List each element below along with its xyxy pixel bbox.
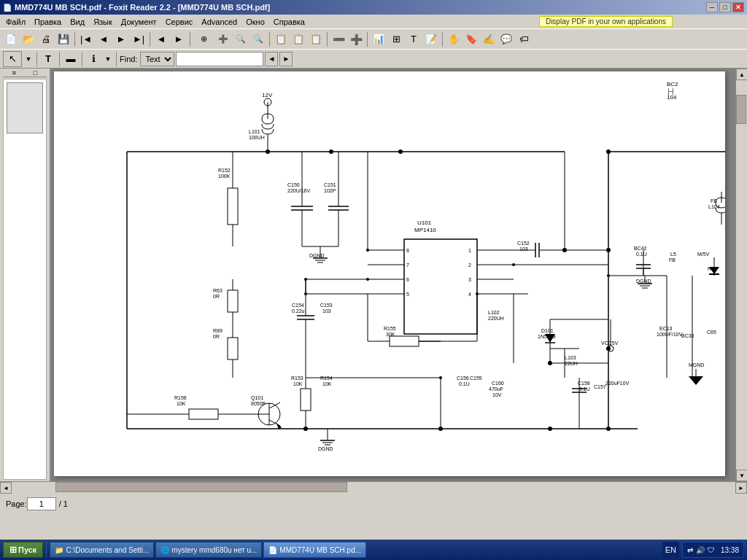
new-button[interactable]: 📄 — [3, 31, 19, 47]
scroll-track[interactable] — [736, 80, 747, 470]
scroll-down-button[interactable]: ▼ — [736, 470, 747, 481]
taskbar-item-pdf[interactable]: 📄 MMD774U MB SCH.pd... — [263, 542, 366, 558]
select-tool-button[interactable]: ↖ — [3, 51, 22, 67]
text-tool-button[interactable]: T — [406, 31, 422, 47]
find-next-button[interactable]: ► — [279, 52, 293, 66]
doc-button-3[interactable]: 📋 — [308, 31, 324, 47]
sep-9 — [59, 52, 60, 66]
sep-2 — [150, 32, 150, 47]
zoom-in-area-button[interactable]: ⊕ — [193, 31, 214, 47]
svg-text:L102: L102 — [488, 310, 500, 315]
svg-text:L103: L103 — [565, 355, 576, 360]
start-button[interactable]: ⊞ Пуск — [3, 542, 43, 558]
scroll-thumb[interactable] — [736, 95, 746, 124]
next-page-button[interactable]: ► — [113, 31, 129, 47]
minimize-button[interactable]: ─ — [706, 2, 718, 12]
scroll-left-button[interactable]: ◄ — [0, 482, 12, 494]
panel-tab-2[interactable]: □ — [34, 69, 37, 77]
h-scroll-track[interactable] — [12, 482, 735, 494]
svg-text:0.1U: 0.1U — [636, 252, 647, 257]
svg-text:VCC5V: VCC5V — [601, 341, 619, 346]
zoom-actual-button[interactable]: 🔍 — [233, 31, 249, 47]
bottom-bar: ◄ ► — [0, 481, 747, 493]
zoom-fit-button[interactable]: 🔍 — [250, 31, 266, 47]
left-panel: ≡ □ — [0, 69, 51, 481]
svg-text:R153: R153 — [291, 376, 303, 381]
doc-button-2[interactable]: 📋 — [290, 31, 306, 47]
toolbar-1: 📄 📂 🖨 💾 |◄ ◄ ► ►| ◄ ► ⊕ ➕ 🔍 🔍 📋 📋 📋 ➖ ➕ … — [0, 29, 747, 50]
vertical-scrollbar[interactable]: ▲ ▼ — [735, 69, 747, 481]
taskbar-item-browser[interactable]: 🌐 mystery mmd680u нет u... — [155, 542, 262, 558]
info-button[interactable]: ℹ — [85, 51, 101, 67]
pdf-view[interactable]: BC2 ├┤ 104 12V L101 100UH — [51, 69, 735, 481]
taskbar-item-folder[interactable]: 📁 C:\Documents and Setti... — [50, 542, 154, 558]
last-page-button[interactable]: ►| — [131, 31, 147, 47]
menu-file[interactable]: Файл — [1, 16, 30, 28]
annot-button[interactable]: 💬 — [498, 31, 514, 47]
save-button[interactable]: 💾 — [55, 31, 71, 47]
svg-text:R152: R152 — [218, 168, 231, 173]
scroll-right-button[interactable]: ► — [735, 482, 747, 494]
svg-text:U101: U101 — [417, 219, 432, 226]
svg-text:5: 5 — [406, 292, 409, 297]
thumbnail[interactable] — [7, 82, 43, 133]
svg-text:103: 103 — [519, 246, 528, 252]
page-num-bar: Page: / 1 — [0, 493, 747, 513]
svg-text:10K: 10K — [322, 381, 332, 386]
menu-lang[interactable]: Язык — [89, 16, 117, 28]
system-tray[interactable]: ⇄ 🔊 🛡 13:38 — [682, 542, 744, 558]
bookmark-button[interactable]: 🔖 — [463, 31, 479, 47]
chart-button[interactable]: 📊 — [371, 31, 387, 47]
first-page-button[interactable]: |◄ — [78, 31, 94, 47]
maximize-button[interactable]: □ — [719, 2, 731, 12]
menu-document[interactable]: Документ — [117, 16, 161, 28]
note-button[interactable]: 📝 — [423, 31, 439, 47]
svg-text:DGND: DGND — [309, 253, 325, 258]
print-button[interactable]: 🖨 — [38, 31, 54, 47]
highlight-button[interactable]: ▬ — [63, 51, 79, 67]
zoom-out-button[interactable]: ➕ — [215, 31, 231, 47]
next-view-button[interactable]: ► — [171, 31, 187, 47]
hand-tool-button[interactable]: ✋ — [446, 31, 462, 47]
open-button[interactable]: 📂 — [20, 31, 36, 47]
svg-text:100UH: 100UH — [249, 135, 265, 140]
prev-page-button[interactable]: ◄ — [96, 31, 112, 47]
page-total: / 1 — [59, 499, 68, 508]
plus-button[interactable]: ➕ — [348, 31, 364, 47]
sig-button[interactable]: ✍ — [481, 31, 497, 47]
svg-point-195 — [476, 292, 479, 295]
scroll-up-button[interactable]: ▲ — [736, 69, 747, 80]
doc-button-1[interactable]: 📋 — [273, 31, 289, 47]
close-button[interactable]: ✕ — [732, 2, 744, 12]
svg-text:100UF/10V: 100UF/10V — [657, 332, 683, 337]
panel-tab-1[interactable]: ≡ — [12, 69, 16, 77]
grid-button[interactable]: ⊞ — [388, 31, 404, 47]
text-button[interactable]: T — [40, 51, 56, 67]
taskbar-right: EN ⇄ 🔊 🛡 13:38 — [662, 542, 744, 558]
stamp-button[interactable]: 🏷 — [516, 31, 532, 47]
title-bar: 📄 MMD774U MB SCH.pdf - Foxit Reader 2.2 … — [0, 0, 747, 15]
info-dropdown-button[interactable]: ▼ — [103, 51, 113, 67]
menu-help[interactable]: Справка — [269, 16, 309, 28]
svg-text:10V: 10V — [492, 392, 502, 397]
menu-advanced[interactable]: Advanced — [197, 16, 241, 28]
find-type-dropdown[interactable]: Text — [140, 52, 174, 66]
tray-icon-1: ⇄ — [687, 546, 693, 554]
menu-window[interactable]: Окно — [241, 16, 269, 28]
menu-service[interactable]: Сервис — [161, 16, 198, 28]
menu-view[interactable]: Вид — [66, 16, 89, 28]
h-scroll-thumb[interactable] — [55, 482, 347, 492]
svg-text:EC13: EC13 — [659, 326, 673, 331]
svg-text:L5: L5 — [670, 252, 676, 257]
svg-text:L104: L104 — [708, 204, 720, 209]
svg-text:220U/16V: 220U/16V — [287, 188, 310, 193]
ad-banner[interactable]: Display PDF in your own applications — [539, 16, 673, 27]
minus-button[interactable]: ➖ — [330, 31, 347, 47]
language-indicator[interactable]: EN — [662, 542, 679, 558]
dropdown-button[interactable]: ▼ — [23, 51, 34, 67]
page-number-input[interactable] — [27, 497, 56, 510]
menu-edit[interactable]: Правка — [30, 16, 66, 28]
find-prev-button[interactable]: ◄ — [265, 52, 278, 66]
find-input[interactable] — [176, 52, 263, 66]
prev-view-button[interactable]: ◄ — [153, 31, 169, 47]
